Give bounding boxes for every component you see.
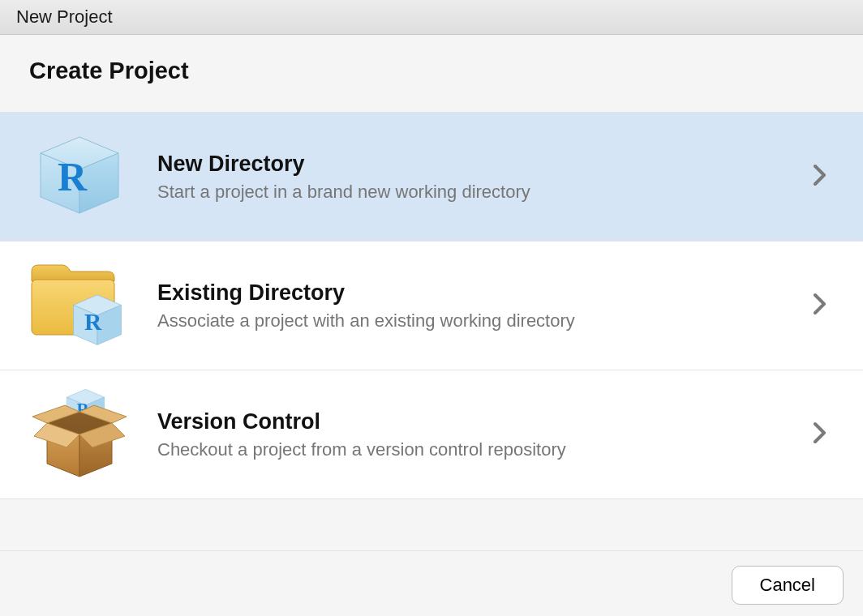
chevron-right-icon [813,421,827,447]
window-title: New Project [16,6,847,28]
svg-text:R: R [84,309,102,335]
option-subtitle: Associate a project with an existing wor… [157,310,813,332]
option-existing-directory[interactable]: R Existing Directory Associate a project… [0,241,863,370]
page-header: Create Project [0,35,863,112]
option-new-directory[interactable]: R New Directory Start a project in a bra… [0,112,863,241]
option-title: Version Control [157,409,813,434]
box-r-cube-icon: R [23,390,136,479]
chevron-right-icon [813,164,827,190]
option-version-control[interactable]: R Version Control Checkout a project fro… [0,370,863,499]
dialog-window: New Project Create Project [0,0,863,616]
svg-text:R: R [58,154,88,199]
page-title: Create Project [29,58,834,84]
dialog-footer: Cancel [0,550,863,616]
titlebar: New Project [0,0,863,35]
option-text: Existing Directory Associate a project w… [136,280,813,332]
option-subtitle: Checkout a project from a version contro… [157,439,813,460]
option-text: Version Control Checkout a project from … [136,409,813,460]
option-list: R New Directory Start a project in a bra… [0,112,863,499]
option-subtitle: Start a project in a brand new working d… [157,182,813,203]
option-title: New Directory [157,152,813,177]
cancel-button[interactable]: Cancel [732,566,844,605]
chevron-right-icon [813,293,827,319]
option-title: Existing Directory [157,280,813,306]
r-cube-icon: R [23,132,136,221]
option-text: New Directory Start a project in a brand… [136,152,813,203]
folder-r-cube-icon: R [23,261,136,350]
